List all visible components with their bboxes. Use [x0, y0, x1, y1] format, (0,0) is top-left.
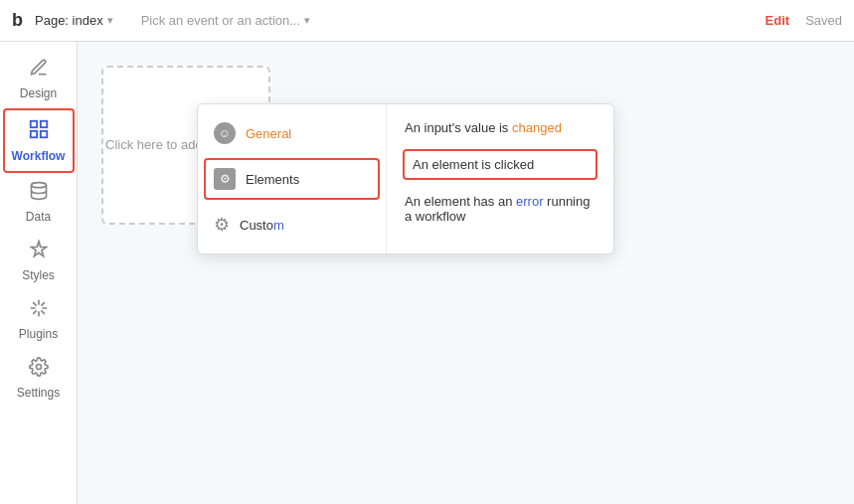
sidebar-item-styles[interactable]: Styles [3, 232, 75, 290]
event-placeholder: Pick an event or an action... [141, 13, 300, 28]
settings-label: Settings [17, 386, 60, 400]
workflow-icon [28, 118, 50, 145]
styles-label: Styles [22, 268, 55, 282]
puzzle-icon: ⚙ [214, 168, 236, 190]
pencil-icon [29, 58, 49, 83]
workflow-label: Workflow [12, 149, 66, 163]
option-element-clicked-text: An element is clicked [413, 157, 534, 172]
person-icon: ☺ [214, 122, 236, 144]
sidebar-item-settings[interactable]: Settings [3, 349, 75, 408]
svg-rect-2 [30, 131, 36, 137]
canvas-area: Click here to add an event... ☺ General … [78, 42, 854, 504]
svg-point-5 [36, 365, 41, 370]
option-input-change-text: An input's value is changed [405, 120, 562, 135]
sidebar: Design Workflow Data Styles Plugins [0, 42, 78, 504]
custom-label: Custom [240, 218, 284, 233]
data-label: Data [26, 210, 51, 224]
design-label: Design [20, 86, 57, 100]
edit-button[interactable]: Edit [766, 13, 790, 28]
saved-status: Saved [805, 13, 842, 28]
popup-left-panel: ☺ General ⚙ Elements ⚙ Custom [198, 104, 387, 253]
sidebar-item-plugins[interactable]: Plugins [3, 290, 75, 349]
content-area: Click here to add an event... ☺ General … [78, 42, 854, 504]
sidebar-item-workflow[interactable]: Workflow [3, 108, 75, 173]
general-label: General [246, 126, 291, 141]
option-element-clicked[interactable]: An element is clicked [403, 149, 598, 180]
sidebar-item-design[interactable]: Design [3, 50, 75, 108]
event-chevron-icon[interactable]: ▾ [304, 14, 310, 27]
page-selector[interactable]: Page: index ▾ [35, 13, 113, 28]
top-bar: b Page: index ▾ Pick an event or an acti… [0, 0, 854, 42]
popup-category-elements[interactable]: ⚙ Elements [204, 158, 380, 200]
svg-rect-3 [40, 131, 46, 137]
option-element-error[interactable]: An element has an error running a workfl… [403, 190, 598, 228]
svg-rect-0 [30, 121, 36, 127]
settings-icon [29, 357, 49, 382]
event-selector[interactable]: Pick an event or an action... ▾ [141, 13, 310, 28]
popup-category-custom[interactable]: ⚙ Custom [198, 204, 386, 246]
sidebar-item-data[interactable]: Data [3, 173, 75, 232]
option-input-change[interactable]: An input's value is changed [403, 116, 598, 139]
popup-right-panel: An input's value is changed An element i… [387, 104, 613, 253]
data-icon [29, 181, 49, 206]
option-element-error-text: An element has an error running a workfl… [405, 194, 590, 224]
page-label: Page: index [35, 13, 103, 28]
event-dropdown-popup: ☺ General ⚙ Elements ⚙ Custom [197, 103, 614, 254]
popup-category-general[interactable]: ☺ General [198, 112, 386, 154]
plugins-icon [29, 298, 49, 323]
logo: b [12, 10, 23, 31]
styles-icon [29, 240, 49, 264]
elements-label: Elements [246, 172, 299, 187]
svg-point-4 [31, 183, 46, 188]
svg-rect-1 [40, 121, 46, 127]
plugins-label: Plugins [19, 327, 58, 341]
page-chevron-icon[interactable]: ▾ [107, 14, 113, 27]
gear-small-icon: ⚙ [214, 214, 230, 236]
main-layout: Design Workflow Data Styles Plugins [0, 42, 854, 504]
